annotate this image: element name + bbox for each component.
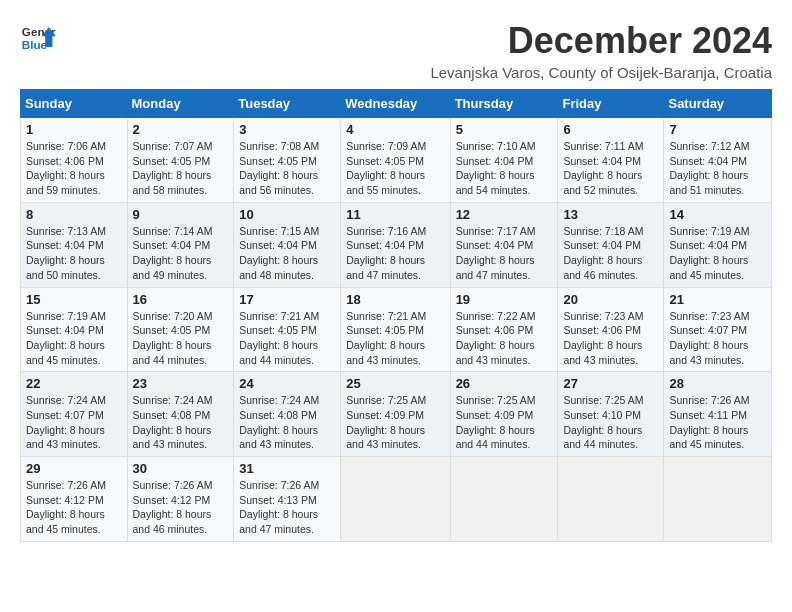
day-cell: 21Sunrise: 7:23 AM Sunset: 4:07 PM Dayli… [664,287,772,372]
weekday-header-thursday: Thursday [450,90,558,118]
day-number: 1 [26,122,122,137]
day-info: Sunrise: 7:26 AM Sunset: 4:11 PM Dayligh… [669,393,766,452]
day-cell [341,457,450,542]
day-number: 21 [669,292,766,307]
day-cell: 22Sunrise: 7:24 AM Sunset: 4:07 PM Dayli… [21,372,128,457]
day-number: 23 [133,376,229,391]
day-cell: 19Sunrise: 7:22 AM Sunset: 4:06 PM Dayli… [450,287,558,372]
day-number: 13 [563,207,658,222]
day-cell: 15Sunrise: 7:19 AM Sunset: 4:04 PM Dayli… [21,287,128,372]
day-number: 10 [239,207,335,222]
day-number: 9 [133,207,229,222]
day-number: 27 [563,376,658,391]
day-info: Sunrise: 7:26 AM Sunset: 4:12 PM Dayligh… [133,478,229,537]
week-row-3: 15Sunrise: 7:19 AM Sunset: 4:04 PM Dayli… [21,287,772,372]
day-info: Sunrise: 7:15 AM Sunset: 4:04 PM Dayligh… [239,224,335,283]
day-number: 20 [563,292,658,307]
day-cell: 23Sunrise: 7:24 AM Sunset: 4:08 PM Dayli… [127,372,234,457]
day-number: 26 [456,376,553,391]
day-cell: 12Sunrise: 7:17 AM Sunset: 4:04 PM Dayli… [450,202,558,287]
day-number: 12 [456,207,553,222]
day-number: 29 [26,461,122,476]
week-row-1: 1Sunrise: 7:06 AM Sunset: 4:06 PM Daylig… [21,118,772,203]
day-cell: 24Sunrise: 7:24 AM Sunset: 4:08 PM Dayli… [234,372,341,457]
day-cell: 5Sunrise: 7:10 AM Sunset: 4:04 PM Daylig… [450,118,558,203]
day-info: Sunrise: 7:21 AM Sunset: 4:05 PM Dayligh… [346,309,444,368]
day-cell: 1Sunrise: 7:06 AM Sunset: 4:06 PM Daylig… [21,118,128,203]
day-cell: 17Sunrise: 7:21 AM Sunset: 4:05 PM Dayli… [234,287,341,372]
weekday-header-row: SundayMondayTuesdayWednesdayThursdayFrid… [21,90,772,118]
day-number: 11 [346,207,444,222]
day-info: Sunrise: 7:25 AM Sunset: 4:09 PM Dayligh… [346,393,444,452]
day-number: 8 [26,207,122,222]
weekday-header-saturday: Saturday [664,90,772,118]
day-cell: 13Sunrise: 7:18 AM Sunset: 4:04 PM Dayli… [558,202,664,287]
day-number: 31 [239,461,335,476]
day-number: 25 [346,376,444,391]
day-cell: 4Sunrise: 7:09 AM Sunset: 4:05 PM Daylig… [341,118,450,203]
month-title: December 2024 [430,20,772,62]
day-cell: 31Sunrise: 7:26 AM Sunset: 4:13 PM Dayli… [234,457,341,542]
calendar-body: 1Sunrise: 7:06 AM Sunset: 4:06 PM Daylig… [21,118,772,542]
day-info: Sunrise: 7:07 AM Sunset: 4:05 PM Dayligh… [133,139,229,198]
subtitle: Levanjska Varos, County of Osijek-Baranj… [430,64,772,81]
day-cell: 30Sunrise: 7:26 AM Sunset: 4:12 PM Dayli… [127,457,234,542]
day-number: 22 [26,376,122,391]
day-info: Sunrise: 7:25 AM Sunset: 4:09 PM Dayligh… [456,393,553,452]
day-info: Sunrise: 7:09 AM Sunset: 4:05 PM Dayligh… [346,139,444,198]
day-number: 14 [669,207,766,222]
day-number: 17 [239,292,335,307]
day-cell: 18Sunrise: 7:21 AM Sunset: 4:05 PM Dayli… [341,287,450,372]
day-info: Sunrise: 7:24 AM Sunset: 4:08 PM Dayligh… [239,393,335,452]
day-info: Sunrise: 7:14 AM Sunset: 4:04 PM Dayligh… [133,224,229,283]
weekday-header-sunday: Sunday [21,90,128,118]
day-cell: 14Sunrise: 7:19 AM Sunset: 4:04 PM Dayli… [664,202,772,287]
day-cell: 6Sunrise: 7:11 AM Sunset: 4:04 PM Daylig… [558,118,664,203]
day-cell: 20Sunrise: 7:23 AM Sunset: 4:06 PM Dayli… [558,287,664,372]
day-number: 15 [26,292,122,307]
day-cell: 29Sunrise: 7:26 AM Sunset: 4:12 PM Dayli… [21,457,128,542]
day-info: Sunrise: 7:17 AM Sunset: 4:04 PM Dayligh… [456,224,553,283]
svg-text:Blue: Blue [22,38,48,51]
day-info: Sunrise: 7:19 AM Sunset: 4:04 PM Dayligh… [669,224,766,283]
day-number: 18 [346,292,444,307]
day-number: 24 [239,376,335,391]
day-cell: 27Sunrise: 7:25 AM Sunset: 4:10 PM Dayli… [558,372,664,457]
day-info: Sunrise: 7:08 AM Sunset: 4:05 PM Dayligh… [239,139,335,198]
day-number: 2 [133,122,229,137]
day-info: Sunrise: 7:10 AM Sunset: 4:04 PM Dayligh… [456,139,553,198]
title-block: December 2024 Levanjska Varos, County of… [430,20,772,81]
day-info: Sunrise: 7:16 AM Sunset: 4:04 PM Dayligh… [346,224,444,283]
day-info: Sunrise: 7:23 AM Sunset: 4:06 PM Dayligh… [563,309,658,368]
weekday-header-wednesday: Wednesday [341,90,450,118]
week-row-4: 22Sunrise: 7:24 AM Sunset: 4:07 PM Dayli… [21,372,772,457]
day-info: Sunrise: 7:12 AM Sunset: 4:04 PM Dayligh… [669,139,766,198]
day-cell [558,457,664,542]
day-cell: 26Sunrise: 7:25 AM Sunset: 4:09 PM Dayli… [450,372,558,457]
day-cell: 10Sunrise: 7:15 AM Sunset: 4:04 PM Dayli… [234,202,341,287]
day-cell: 9Sunrise: 7:14 AM Sunset: 4:04 PM Daylig… [127,202,234,287]
day-info: Sunrise: 7:26 AM Sunset: 4:13 PM Dayligh… [239,478,335,537]
week-row-5: 29Sunrise: 7:26 AM Sunset: 4:12 PM Dayli… [21,457,772,542]
day-cell: 8Sunrise: 7:13 AM Sunset: 4:04 PM Daylig… [21,202,128,287]
day-cell: 2Sunrise: 7:07 AM Sunset: 4:05 PM Daylig… [127,118,234,203]
day-info: Sunrise: 7:19 AM Sunset: 4:04 PM Dayligh… [26,309,122,368]
day-info: Sunrise: 7:22 AM Sunset: 4:06 PM Dayligh… [456,309,553,368]
day-cell: 11Sunrise: 7:16 AM Sunset: 4:04 PM Dayli… [341,202,450,287]
day-number: 30 [133,461,229,476]
day-cell [450,457,558,542]
day-number: 4 [346,122,444,137]
day-cell: 16Sunrise: 7:20 AM Sunset: 4:05 PM Dayli… [127,287,234,372]
day-info: Sunrise: 7:11 AM Sunset: 4:04 PM Dayligh… [563,139,658,198]
week-row-2: 8Sunrise: 7:13 AM Sunset: 4:04 PM Daylig… [21,202,772,287]
day-info: Sunrise: 7:18 AM Sunset: 4:04 PM Dayligh… [563,224,658,283]
day-number: 28 [669,376,766,391]
day-number: 7 [669,122,766,137]
day-cell: 3Sunrise: 7:08 AM Sunset: 4:05 PM Daylig… [234,118,341,203]
day-info: Sunrise: 7:06 AM Sunset: 4:06 PM Dayligh… [26,139,122,198]
day-cell: 25Sunrise: 7:25 AM Sunset: 4:09 PM Dayli… [341,372,450,457]
day-number: 6 [563,122,658,137]
weekday-header-friday: Friday [558,90,664,118]
calendar-table: SundayMondayTuesdayWednesdayThursdayFrid… [20,89,772,542]
weekday-header-tuesday: Tuesday [234,90,341,118]
